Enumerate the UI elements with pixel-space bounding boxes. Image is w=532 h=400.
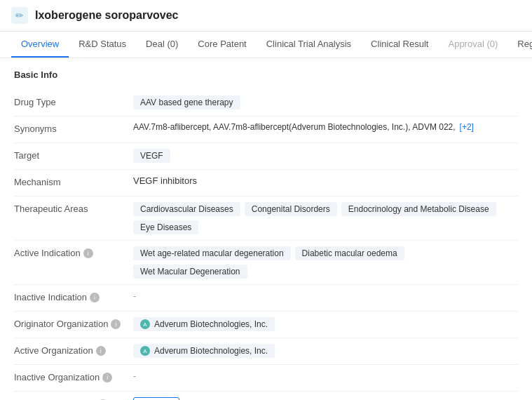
row-value: AAdverum Biotechnologies, Inc. xyxy=(133,317,518,331)
row-value: AAV.7m8-aflibercept, AAV.7m8-aflibercept… xyxy=(133,122,518,132)
edit-icon: ✏ xyxy=(11,7,28,24)
tag: Diabetic macular oedema xyxy=(295,246,404,260)
nav-tab-r-d-status[interactable]: R&D Status xyxy=(69,32,136,58)
nav-tab-deal--0-[interactable]: Deal (0) xyxy=(136,32,188,58)
row-value: Phase 2 xyxy=(133,397,518,400)
row-label: Inactive Indicationi xyxy=(14,291,133,302)
tag: Wet age-related macular degeneration xyxy=(133,246,291,260)
info-row: Originator OrganizationiAAdverum Biotech… xyxy=(14,312,518,338)
tag: AAV based gene therapy xyxy=(133,95,240,109)
synonyms-text: AAV.7m8-aflibercept, AAV.7m8-aflibercept… xyxy=(133,122,456,132)
content-area: Basic Info Drug TypeAAV based gene thera… xyxy=(0,58,532,400)
info-row: Inactive Indicationi- xyxy=(14,285,518,312)
nav-tab-approval--0-[interactable]: Approval (0) xyxy=(438,32,507,58)
org-name: Adverum Biotechnologies, Inc. xyxy=(154,346,268,356)
org-icon: A xyxy=(140,319,150,329)
nav-tab-regulation[interactable]: Regulation xyxy=(507,32,532,58)
row-value: VEGF xyxy=(133,149,518,163)
org-tag: AAdverum Biotechnologies, Inc. xyxy=(133,344,275,358)
tag: Endocrinology and Metabolic Disease xyxy=(341,202,496,216)
info-tooltip-icon[interactable]: i xyxy=(96,346,106,356)
tag: Wet Macular Degeneration xyxy=(133,265,247,279)
org-icon: A xyxy=(140,346,150,356)
plain-text: VEGF inhibitors xyxy=(133,175,197,186)
empty-dash: - xyxy=(133,291,136,301)
row-label: Therapeutic Areas xyxy=(14,202,133,214)
empty-dash: - xyxy=(133,371,136,381)
row-label: Originator Organizationi xyxy=(14,317,133,329)
row-value: - xyxy=(133,371,518,381)
tag: Eye Diseases xyxy=(133,220,198,234)
info-row: Active OrganizationiAAdverum Biotechnolo… xyxy=(14,338,518,365)
info-row: Drug TypeAAV based gene therapy xyxy=(14,90,518,116)
tag: Congenital Disorders xyxy=(245,202,337,216)
row-value: VEGF inhibitors xyxy=(133,175,518,186)
nav-tab-clinical-result[interactable]: Clinical Result xyxy=(361,32,438,58)
tag: Cardiovascular Diseases xyxy=(133,202,240,216)
row-label: Synonyms xyxy=(14,122,133,134)
section-title: Basic Info xyxy=(14,69,518,80)
info-tooltip-icon[interactable]: i xyxy=(111,319,121,329)
info-row: SynonymsAAV.7m8-aflibercept, AAV.7m8-afl… xyxy=(14,116,518,143)
row-label: Drug Type xyxy=(14,95,133,107)
row-value: Wet age-related macular degenerationDiab… xyxy=(133,246,518,279)
svg-text:A: A xyxy=(143,348,147,354)
org-tag: AAdverum Biotechnologies, Inc. xyxy=(133,317,275,331)
row-value: AAdverum Biotechnologies, Inc. xyxy=(133,344,518,358)
info-rows: Drug TypeAAV based gene therapySynonymsA… xyxy=(14,90,518,400)
row-label: Mechanism xyxy=(14,175,133,187)
info-row: Active IndicationiWet age-related macula… xyxy=(14,241,518,285)
page-header: ✏ Ixoberogene soroparvovec xyxy=(0,0,532,32)
tag: VEGF xyxy=(133,149,170,163)
info-tooltip-icon[interactable]: i xyxy=(90,293,100,302)
info-tooltip-icon[interactable]: i xyxy=(83,248,93,258)
phase-badge: Phase 2 xyxy=(133,397,179,400)
info-row: TargetVEGF xyxy=(14,143,518,170)
row-label: Target xyxy=(14,149,133,161)
nav-tab-core-patent[interactable]: Core Patent xyxy=(188,32,256,58)
row-label: Inactive Organizationi xyxy=(14,371,133,382)
synonyms-more-link[interactable]: [+2] xyxy=(460,122,474,132)
info-row: Drug Highest PhaseiPhase 2 xyxy=(14,392,518,400)
info-tooltip-icon[interactable]: i xyxy=(102,373,112,382)
info-row: Inactive Organizationi- xyxy=(14,365,518,392)
nav-tab-clinical-trial-analysis[interactable]: Clinical Trial Analysis xyxy=(257,32,361,58)
row-value: AAV based gene therapy xyxy=(133,95,518,109)
page-title: Ixoberogene soroparvovec xyxy=(35,9,179,22)
svg-text:A: A xyxy=(143,321,147,328)
info-row: Therapeutic AreasCardiovascular Diseases… xyxy=(14,196,518,241)
row-label: Active Indicationi xyxy=(14,246,133,258)
info-row: MechanismVEGF inhibitors xyxy=(14,170,518,196)
row-value: Cardiovascular DiseasesCongenital Disord… xyxy=(133,202,518,234)
nav-tabs: OverviewR&D StatusDeal (0)Core PatentCli… xyxy=(0,32,532,58)
row-label: Drug Highest Phasei xyxy=(14,397,133,400)
nav-tab-overview[interactable]: Overview xyxy=(11,32,69,58)
row-value: - xyxy=(133,291,518,301)
row-label: Active Organizationi xyxy=(14,344,133,356)
org-name: Adverum Biotechnologies, Inc. xyxy=(154,319,268,329)
